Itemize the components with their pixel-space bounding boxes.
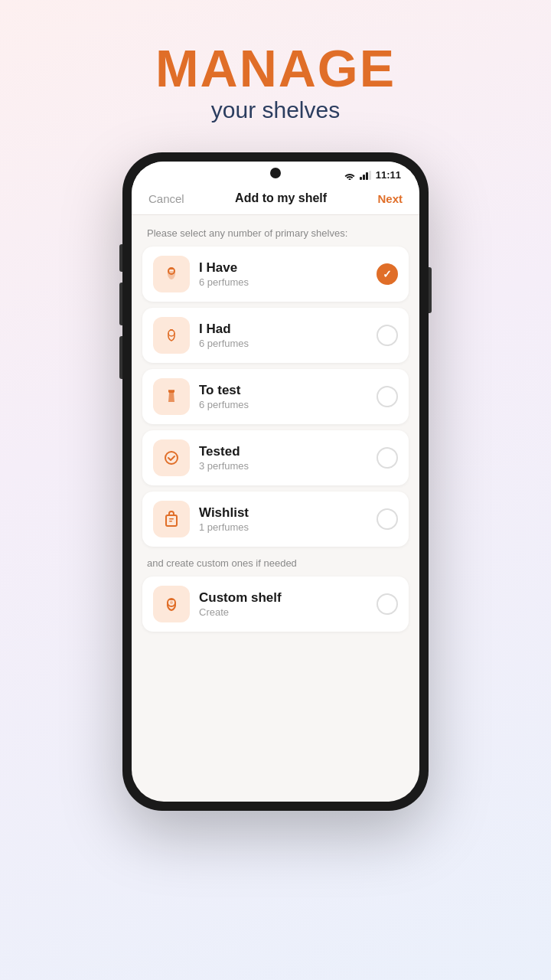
shelf-action-custom: Create	[199, 606, 367, 618]
svg-rect-1	[363, 175, 365, 180]
shelf-checkbox-to-test[interactable]	[377, 386, 398, 407]
page-title: MANAGE	[155, 42, 396, 94]
svg-point-8	[165, 452, 178, 464]
shelf-icon-wishlist	[153, 501, 190, 537]
shelf-text-wishlist: Wishlist 1 perfumes	[199, 505, 367, 533]
shelf-icon-custom	[153, 586, 190, 622]
shelf-text-tested: Tested 3 perfumes	[199, 444, 367, 472]
shelf-count-i-have: 6 perfumes	[199, 276, 367, 288]
shelf-item-custom[interactable]: Custom shelf Create	[142, 577, 409, 632]
page-subtitle: your shelves	[155, 97, 396, 123]
shelf-name-tested: Tested	[199, 444, 367, 459]
phone-screen: 11:11 Cancel Add to my shelf Next Please…	[132, 162, 419, 802]
shelf-checkbox-i-have[interactable]	[377, 263, 398, 285]
status-icons: 11:11	[344, 169, 401, 181]
svg-point-6	[168, 330, 174, 336]
shelf-count-to-test: 6 perfumes	[199, 399, 367, 410]
cancel-button[interactable]: Cancel	[148, 192, 184, 205]
custom-shelf-list: Custom shelf Create	[132, 577, 419, 632]
shelf-count-i-had: 6 perfumes	[199, 338, 367, 349]
shelf-text-i-have: I Have 6 perfumes	[199, 260, 367, 288]
phone-frame: 11:11 Cancel Add to my shelf Next Please…	[122, 152, 429, 811]
content-area: Please select any number of primary shel…	[132, 215, 419, 802]
nav-title: Add to my shelf	[235, 191, 327, 205]
wifi-icon	[344, 171, 356, 180]
shelf-list: I Have 6 perfumes I Had 6 perfumes To te…	[132, 247, 419, 547]
shelf-item-to-test[interactable]: To test 6 perfumes	[142, 369, 409, 424]
shelf-name-i-had: I Had	[199, 322, 367, 337]
shelf-checkbox-custom[interactable]	[377, 593, 398, 615]
shelf-name-wishlist: Wishlist	[199, 505, 367, 521]
shelf-name-i-have: I Have	[199, 260, 367, 276]
svg-rect-13	[169, 599, 174, 600]
page-header: MANAGE your shelves	[155, 42, 396, 123]
shelf-name-custom: Custom shelf	[199, 590, 367, 606]
next-button[interactable]: Next	[377, 192, 403, 205]
svg-rect-11	[169, 521, 172, 522]
shelf-name-to-test: To test	[199, 383, 367, 398]
svg-rect-2	[366, 172, 368, 180]
shelf-icon-i-had	[153, 317, 190, 354]
camera-notch	[270, 168, 281, 178]
shelf-text-custom: Custom shelf Create	[199, 590, 367, 618]
custom-section-label: and create custom ones if needed	[132, 547, 419, 577]
shelf-count-tested: 3 perfumes	[199, 460, 367, 472]
shelf-checkbox-i-had[interactable]	[377, 325, 398, 346]
shelf-icon-to-test	[153, 378, 190, 415]
phone-btn-left1	[119, 244, 122, 272]
shelf-item-i-had[interactable]: I Had 6 perfumes	[142, 308, 409, 363]
shelf-icon-i-have	[153, 256, 190, 292]
shelf-text-i-had: I Had 6 perfumes	[199, 322, 367, 349]
svg-rect-3	[369, 171, 371, 180]
phone-btn-left2	[119, 283, 122, 325]
status-time: 11:11	[376, 169, 401, 181]
shelf-item-i-have[interactable]: I Have 6 perfumes	[142, 247, 409, 302]
nav-bar: Cancel Add to my shelf Next	[132, 184, 419, 215]
signal-icon	[360, 171, 372, 180]
svg-rect-10	[169, 518, 174, 520]
shelf-text-to-test: To test 6 perfumes	[199, 383, 367, 410]
shelf-item-tested[interactable]: Tested 3 perfumes	[142, 430, 409, 485]
shelf-item-wishlist[interactable]: Wishlist 1 perfumes	[142, 492, 409, 547]
shelf-icon-tested	[153, 439, 190, 476]
svg-point-14	[170, 601, 173, 604]
svg-rect-5	[169, 268, 174, 270]
svg-rect-0	[360, 177, 362, 180]
shelf-checkbox-tested[interactable]	[377, 447, 398, 469]
phone-btn-right	[429, 267, 432, 313]
svg-rect-7	[170, 329, 173, 331]
shelf-checkbox-wishlist[interactable]	[377, 508, 398, 530]
shelf-count-wishlist: 1 perfumes	[199, 521, 367, 533]
primary-section-label: Please select any number of primary shel…	[132, 215, 419, 247]
phone-btn-left3	[119, 336, 122, 379]
